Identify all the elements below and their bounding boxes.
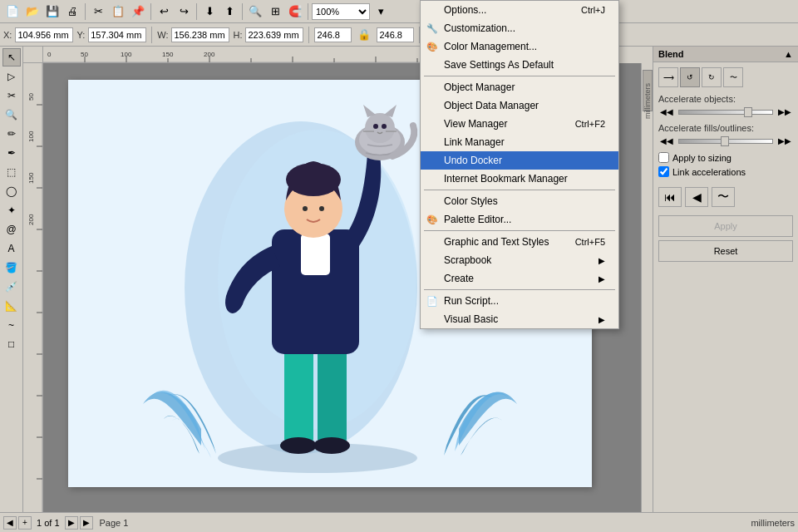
undo-btn[interactable]: ↩ (155, 2, 173, 21)
svg-point-44 (286, 163, 341, 196)
page-first-btn[interactable]: ◀ (3, 516, 17, 530)
zoom-tool[interactable]: 🔍 (2, 106, 21, 124)
import-btn[interactable]: ⬇ (200, 2, 219, 21)
status-bar: ◀ + 1 of 1 ▶ ▶ Page 1 millimeters (0, 512, 798, 532)
menu-item-customization[interactable]: 🔧 Customization... (421, 19, 618, 37)
blend-tool[interactable]: ~ (2, 316, 21, 334)
select-tool[interactable]: ↖ (2, 48, 21, 66)
wave-btn[interactable]: 〜 (712, 187, 735, 207)
page-prev-btn[interactable]: + (18, 516, 32, 530)
apply-sizing-checkbox[interactable] (658, 152, 669, 163)
cut-btn[interactable]: ✂ (89, 2, 107, 21)
paste-btn[interactable]: 📌 (129, 2, 147, 21)
menu-item-undo-docker[interactable]: Undo Docker (421, 151, 618, 170)
eyedropper-tool[interactable]: 💉 (2, 278, 21, 296)
menu-item-object-data[interactable]: Object Data Manager (421, 96, 618, 115)
crop-tool[interactable]: ✂ (2, 86, 21, 105)
redo-btn[interactable]: ↪ (175, 2, 193, 21)
mm-label: millimeters (643, 83, 652, 119)
apply-btn[interactable]: Apply (658, 215, 793, 237)
menu-item-object-manager[interactable]: Object Manager (421, 78, 618, 96)
h-input[interactable] (245, 27, 303, 42)
menu-item-color-styles[interactable]: Color Styles (421, 192, 618, 210)
accel-obj-right-btn[interactable]: ▶▶ (776, 107, 793, 116)
prev-btn[interactable]: ◀ (685, 187, 708, 207)
rect-tool[interactable]: ⬚ (2, 163, 21, 181)
right-panel: millimeters Blend ▲ ⟶ ↺ ↻ 〜 Accelerate o… (653, 47, 798, 512)
sep6 (151, 27, 152, 43)
w-label: W: (157, 30, 168, 40)
vertical-scrollbar[interactable] (641, 63, 653, 512)
menu-item-view-manager[interactable]: View Manager Ctrl+F2 (421, 115, 618, 133)
accel-fills-right-btn[interactable]: ▶▶ (776, 136, 793, 145)
ellipse-tool[interactable]: ◯ (2, 182, 21, 200)
fill-tool[interactable]: 🪣 (2, 259, 21, 277)
menu-item-internet-bookmark[interactable]: Internet Bookmark Manager (421, 170, 618, 188)
x-input[interactable] (15, 27, 73, 42)
outline-tool[interactable]: 📐 (2, 297, 21, 315)
svg-rect-42 (301, 234, 330, 275)
menu-item-scrapbook[interactable]: Scrapbook ▶ (421, 251, 618, 269)
accel-objects-thumb[interactable] (744, 107, 752, 117)
accel-obj-left-btn[interactable]: ◀◀ (658, 107, 675, 116)
pen-tool[interactable]: ✒ (2, 144, 21, 162)
run-script-label: Run Script... (444, 295, 499, 307)
new-btn[interactable]: 📄 (3, 2, 22, 21)
v2-input[interactable] (377, 27, 414, 42)
blend-ccw-btn[interactable]: ↺ (680, 67, 700, 87)
print-btn[interactable]: 🖨 (63, 2, 81, 21)
svg-text:100: 100 (121, 51, 132, 58)
zoom-in-btn[interactable]: 🔍 (246, 2, 264, 21)
menu-item-visual-basic[interactable]: Visual Basic ▶ (421, 310, 618, 328)
zoom-dropdown-btn[interactable]: ▾ (372, 2, 390, 21)
menu-item-graphic-text[interactable]: Graphic and Text Styles Ctrl+F5 (421, 233, 618, 251)
svg-point-46 (319, 206, 324, 211)
polygon-tool[interactable]: ✦ (2, 201, 21, 219)
link-accel-label: Link accelerations (672, 167, 746, 177)
lock-ratio-btn[interactable]: 🔒 (355, 26, 373, 44)
text-tool[interactable]: A (2, 239, 21, 258)
accel-objects-label: Accelerate objects: (658, 94, 793, 104)
page-last-btn[interactable]: ▶ (80, 516, 93, 530)
spiral-tool[interactable]: @ (2, 220, 21, 239)
menu-item-create[interactable]: Create ▶ (421, 269, 618, 288)
menu-item-link-manager[interactable]: Link Manager (421, 133, 618, 151)
snap-btn[interactable]: 🧲 (286, 2, 304, 21)
export-btn[interactable]: ⬆ (220, 2, 239, 21)
svg-text:200: 200 (27, 214, 35, 225)
freehand-tool[interactable]: ✏ (2, 125, 21, 143)
menu-item-color-mgmt[interactable]: 🎨 Color Management... (421, 37, 618, 56)
save-btn[interactable]: 💾 (43, 2, 62, 21)
zoom-select[interactable]: 100% 75% 50% 150% 200% (312, 3, 370, 20)
menu-item-options[interactable]: Options... Ctrl+J (421, 1, 618, 19)
accel-fills-thumb[interactable] (721, 136, 729, 146)
copy-btn[interactable]: 📋 (109, 2, 127, 21)
grid-btn[interactable]: ⊞ (266, 2, 284, 21)
first-btn[interactable]: ⏮ (658, 187, 682, 207)
blend-cw-btn[interactable]: ↻ (702, 67, 722, 87)
page-next-btn[interactable]: ▶ (65, 516, 78, 530)
blend-wave-btn[interactable]: 〜 (723, 67, 743, 87)
reset-btn[interactable]: Reset (658, 240, 793, 262)
v1-input[interactable] (314, 27, 352, 42)
accel-fills-left-btn[interactable]: ◀◀ (658, 136, 675, 145)
panel-collapse-icon[interactable]: ▲ (784, 49, 793, 59)
link-accel-checkbox[interactable] (658, 166, 669, 177)
shape-tool[interactable]: ▷ (2, 67, 21, 86)
open-btn[interactable]: 📂 (23, 2, 42, 21)
sep2 (150, 3, 151, 20)
accel-objects-track[interactable] (678, 110, 773, 115)
w-input[interactable] (171, 27, 229, 42)
shadow-tool[interactable]: □ (2, 335, 21, 353)
scrapbook-label: Scrapbook (444, 254, 491, 266)
menu-item-run-script[interactable]: 📄 Run Script... (421, 292, 618, 310)
ruler-corner (23, 47, 43, 63)
link-manager-label: Link Manager (444, 136, 505, 148)
menu-item-palette-editor[interactable]: 🎨 Palette Editor... (421, 210, 618, 229)
blend-linear-btn[interactable]: ⟶ (658, 67, 678, 87)
y-input[interactable] (88, 27, 146, 42)
accel-fills-track[interactable] (678, 139, 773, 144)
menu-item-save-settings[interactable]: Save Settings As Default (421, 56, 618, 74)
svg-point-39 (280, 437, 317, 454)
apply-sizing-label: Apply to sizing (672, 153, 732, 163)
